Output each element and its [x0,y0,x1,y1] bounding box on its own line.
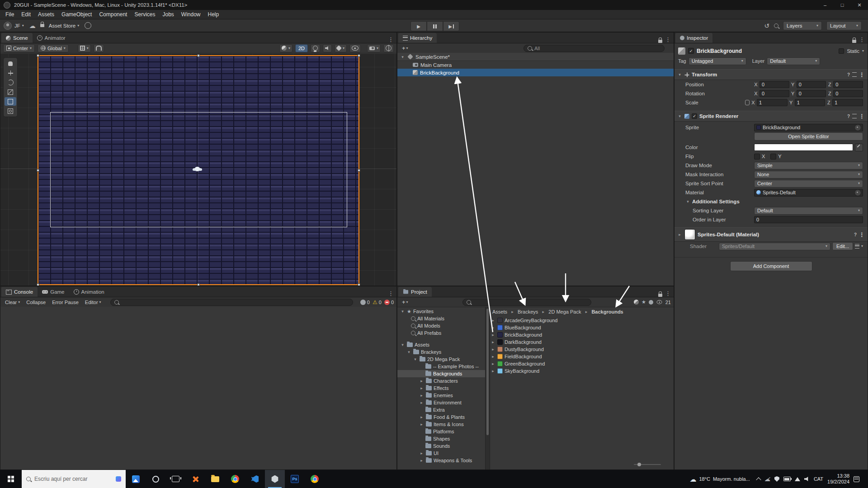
file-row[interactable]: ▸ BrickBackground [491,331,674,338]
foldout-closed-icon[interactable]: ▸ [677,232,682,237]
layers-dropdown[interactable]: Layers ▾ [783,21,822,30]
account-dropdown[interactable]: JF ▾ [12,22,27,29]
add-component-button[interactable]: Add Component [730,261,812,271]
resize-handle[interactable] [358,169,360,172]
open-sprite-editor-button[interactable]: Open Sprite Editor [754,132,863,141]
tool-handle-rotation-dropdown[interactable]: Global ▾ [38,44,69,52]
file-row[interactable]: ▸ BlueBackground [491,324,674,331]
breadcrumb-2d-mega-pack[interactable]: 2D Mega Pack [548,309,581,314]
hidden-icons-chevron[interactable] [756,477,761,482]
tab-hierarchy[interactable]: Hierarchy [398,33,437,43]
tab-animator[interactable]: Animator [33,33,70,43]
close-button[interactable]: ✕ [851,0,868,10]
folder-backgrounds[interactable]: Backgrounds [397,370,485,377]
folder-sounds[interactable]: Sounds [397,442,485,450]
foldout-closed-icon[interactable]: ▸ [419,379,424,383]
foldout-open-icon[interactable]: ▾ [685,199,690,204]
audio-toggle-button[interactable] [323,44,332,52]
tab-inspector[interactable]: Inspector [675,33,712,43]
hidden-packages-icon[interactable] [656,300,662,304]
draw-mode-dropdown[interactable]: Simple ▾ [754,162,863,169]
component-menu-icon[interactable]: ⋮ [859,113,865,120]
shader-dropdown[interactable]: Sprites/Default ▾ [719,243,830,250]
shader-edit-button[interactable]: Edit... [832,242,853,250]
resize-handle[interactable] [37,54,39,57]
position-z-field[interactable]: 0 [833,81,863,88]
foldout-open-icon[interactable]: ▾ [677,114,682,118]
scene-visibility-toggle[interactable] [349,44,361,52]
resize-handle[interactable] [197,283,200,286]
snap-toggle-button[interactable] [94,44,104,52]
maximize-button[interactable]: □ [834,0,851,10]
folder-characters[interactable]: ▸ Characters [397,377,485,385]
breadcrumb-backgrounds[interactable]: Backgrounds [591,309,623,314]
file-row[interactable]: ▸ SkyBackground [491,367,674,375]
layout-dropdown[interactable]: Layout ▾ [826,21,862,30]
action-center-icon[interactable] [854,476,859,482]
wifi-icon[interactable] [795,477,800,481]
hierarchy-scene-row[interactable]: ▾ SampleScene* [397,53,674,61]
chevron-down-icon[interactable]: ▾ [862,49,864,53]
pause-button[interactable] [427,21,443,31]
camera-settings-dropdown[interactable]: ▾ [367,44,381,52]
lock-icon[interactable] [658,294,662,297]
panel-menu-icon[interactable]: ⋮ [385,36,396,43]
console-search-field[interactable] [110,299,353,306]
2d-toggle-button[interactable]: 2D [295,44,308,52]
tab-project[interactable]: Project [398,287,432,297]
taskbar-file-explorer[interactable] [205,470,225,488]
tab-console[interactable]: Console [1,287,38,297]
folder-enemies[interactable]: ▸ Enemies [397,392,485,399]
menu-component[interactable]: Component [95,10,131,19]
start-button[interactable] [0,470,22,488]
tag-dropdown[interactable]: Untagged ▾ [689,57,746,65]
foldout-closed-icon[interactable]: ▸ [491,340,495,344]
grid-snapping-dropdown[interactable]: ▾ [78,44,91,52]
additional-settings-row[interactable]: ▾ Additional Settings [675,197,868,206]
account-avatar-icon[interactable] [4,22,12,30]
battery-icon[interactable] [783,477,791,481]
foldout-closed-icon[interactable]: ▸ [491,318,495,323]
folder-brackeys[interactable]: ▾ Brackeys [397,348,485,356]
hierarchy-add-button[interactable]: +▾ [400,45,410,52]
transform-tool[interactable] [5,107,16,115]
folder-platforms[interactable]: Platforms [397,428,485,435]
taskbar-app-photoshop[interactable]: Ps [285,470,305,488]
breadcrumb-assets[interactable]: Assets [492,309,507,314]
rect-tool[interactable] [5,97,16,106]
clear-button[interactable]: Clear ▾ [3,300,22,305]
scrollbar-thumb[interactable] [486,309,489,435]
position-y-field[interactable]: 0 [797,81,826,88]
presets-icon[interactable] [852,72,857,77]
cloud-sprite[interactable] [195,167,200,170]
move-tool[interactable] [5,69,16,77]
search-icon[interactable] [774,23,778,28]
sprite-renderer-header[interactable]: ▾ ✓ Sprite Renderer ? ⋮ [675,111,868,122]
hierarchy-search-field[interactable]: All [524,45,665,52]
resize-handle[interactable] [197,54,200,57]
rotation-x-field[interactable]: 0 [760,90,789,97]
thumbnail-size-slider[interactable] [634,464,661,465]
assets-root[interactable]: ▾ Assets [397,341,485,348]
sprite-object-field[interactable]: BrickBackground [754,124,863,131]
menu-window[interactable]: Window [178,10,204,19]
error-pause-toggle[interactable]: Error Pause [50,300,80,305]
help-icon[interactable]: ? [854,232,857,237]
slider-knob[interactable] [637,463,641,466]
scale-x-field[interactable]: 1 [757,99,788,106]
collapse-toggle[interactable]: Collapse [24,300,47,305]
rotation-y-field[interactable]: 0 [797,90,826,97]
taskbar-app-chrome[interactable] [225,470,245,488]
taskbar-app-orange-x[interactable] [185,470,205,488]
component-menu-icon[interactable]: ⋮ [859,231,865,238]
menu-services[interactable]: Services [131,10,159,19]
foldout-closed-icon[interactable]: ▸ [419,386,424,390]
tool-handle-pivot-dropdown[interactable]: Center ▾ [3,44,35,52]
project-add-button[interactable]: +▾ [400,299,410,305]
foldout-open-icon[interactable]: ▾ [400,309,405,314]
presets-icon[interactable] [852,114,857,118]
material-header[interactable]: ▸ Sprites-Default (Material) ? ⋮ [675,227,868,242]
favorites-icon[interactable]: ★ [642,300,646,305]
foldout-closed-icon[interactable]: ▸ [419,422,424,427]
foldout-closed-icon[interactable]: ▸ [491,333,495,337]
